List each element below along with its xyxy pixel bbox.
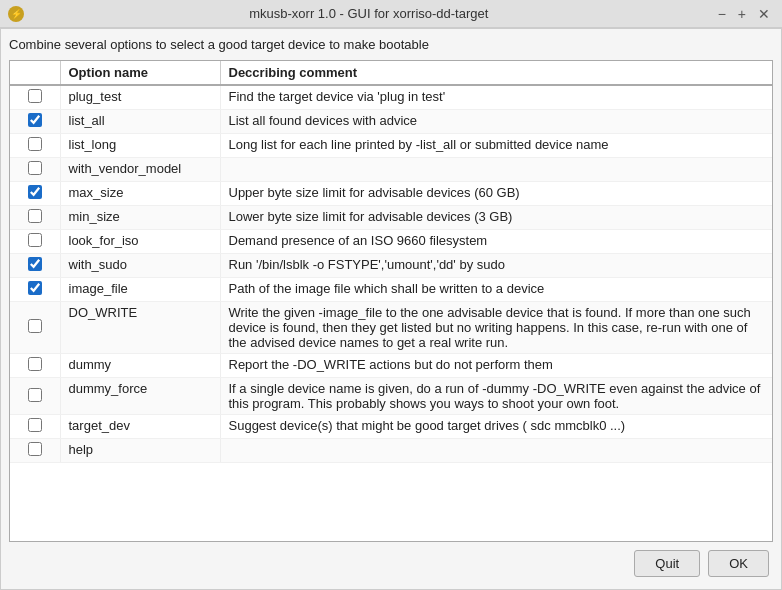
option-comment: Lower byte size limit for advisable devi… — [220, 206, 772, 230]
option-comment: Write the given -image_file to the one a… — [220, 302, 772, 354]
options-table: Option name Deccribing comment plug_test… — [10, 61, 772, 463]
table-row: help — [10, 439, 772, 463]
option-comment: Demand presence of an ISO 9660 filesyste… — [220, 230, 772, 254]
table-row: dummyReport the -DO_WRITE actions but do… — [10, 354, 772, 378]
option-checkbox[interactable] — [28, 418, 42, 432]
table-row: list_allList all found devices with advi… — [10, 110, 772, 134]
option-checkbox[interactable] — [28, 257, 42, 271]
option-name: DO_WRITE — [60, 302, 220, 354]
col-header-desc: Deccribing comment — [220, 61, 772, 85]
option-checkbox[interactable] — [28, 113, 42, 127]
checkbox-cell[interactable] — [10, 254, 60, 278]
table-row: max_sizeUpper byte size limit for advisa… — [10, 182, 772, 206]
checkbox-cell[interactable] — [10, 439, 60, 463]
checkbox-cell[interactable] — [10, 415, 60, 439]
option-checkbox[interactable] — [28, 233, 42, 247]
table-row: target_devSuggest device(s) that might b… — [10, 415, 772, 439]
checkbox-cell[interactable] — [10, 158, 60, 182]
option-checkbox[interactable] — [28, 319, 42, 333]
checkbox-cell[interactable] — [10, 110, 60, 134]
checkbox-cell[interactable] — [10, 278, 60, 302]
option-checkbox[interactable] — [28, 442, 42, 456]
checkbox-cell[interactable] — [10, 302, 60, 354]
option-checkbox[interactable] — [28, 185, 42, 199]
checkbox-cell[interactable] — [10, 378, 60, 415]
table-row: with_sudoRun '/bin/lsblk -o FSTYPE','umo… — [10, 254, 772, 278]
option-checkbox[interactable] — [28, 89, 42, 103]
option-name: image_file — [60, 278, 220, 302]
table-row: image_filePath of the image file which s… — [10, 278, 772, 302]
option-checkbox[interactable] — [28, 209, 42, 223]
option-name: with_sudo — [60, 254, 220, 278]
option-comment: If a single device name is given, do a r… — [220, 378, 772, 415]
option-checkbox[interactable] — [28, 137, 42, 151]
quit-button[interactable]: Quit — [634, 550, 700, 577]
checkbox-cell[interactable] — [10, 354, 60, 378]
checkbox-cell[interactable] — [10, 230, 60, 254]
checkbox-cell[interactable] — [10, 206, 60, 230]
table-row: min_sizeLower byte size limit for advisa… — [10, 206, 772, 230]
option-comment — [220, 439, 772, 463]
ok-button[interactable]: OK — [708, 550, 769, 577]
close-button[interactable]: ✕ — [754, 6, 774, 22]
footer: Quit OK — [9, 542, 773, 581]
option-checkbox[interactable] — [28, 357, 42, 371]
option-comment: Run '/bin/lsblk -o FSTYPE','umount','dd'… — [220, 254, 772, 278]
option-comment: Path of the image file which shall be wr… — [220, 278, 772, 302]
option-checkbox[interactable] — [28, 161, 42, 175]
table-row: DO_WRITEWrite the given -image_file to t… — [10, 302, 772, 354]
title-bar: ⚡ mkusb-xorr 1.0 - GUI for xorriso-dd-ta… — [0, 0, 782, 28]
option-name: list_all — [60, 110, 220, 134]
checkbox-cell[interactable] — [10, 85, 60, 110]
option-name: with_vendor_model — [60, 158, 220, 182]
table-row: dummy_forceIf a single device name is gi… — [10, 378, 772, 415]
option-name: min_size — [60, 206, 220, 230]
option-comment: Upper byte size limit for advisable devi… — [220, 182, 772, 206]
option-comment: Find the target device via 'plug in test… — [220, 85, 772, 110]
option-comment: Suggest device(s) that might be good tar… — [220, 415, 772, 439]
option-name: list_long — [60, 134, 220, 158]
option-comment: List all found devices with advice — [220, 110, 772, 134]
minimize-button[interactable]: − — [714, 6, 730, 22]
table-row: plug_testFind the target device via 'plu… — [10, 85, 772, 110]
description-text: Combine several options to select a good… — [9, 37, 773, 52]
col-header-option: Option name — [60, 61, 220, 85]
option-name: look_for_iso — [60, 230, 220, 254]
table-header-row: Option name Deccribing comment — [10, 61, 772, 85]
option-name: dummy — [60, 354, 220, 378]
window-title: mkusb-xorr 1.0 - GUI for xorriso-dd-targ… — [24, 6, 714, 21]
option-comment: Report the -DO_WRITE actions but do not … — [220, 354, 772, 378]
table-row: with_vendor_model — [10, 158, 772, 182]
table-body: plug_testFind the target device via 'plu… — [10, 85, 772, 463]
option-name: help — [60, 439, 220, 463]
table-row: look_for_isoDemand presence of an ISO 96… — [10, 230, 772, 254]
option-checkbox[interactable] — [28, 281, 42, 295]
window-body: Combine several options to select a good… — [0, 28, 782, 590]
option-name: max_size — [60, 182, 220, 206]
col-header-select — [10, 61, 60, 85]
option-name: target_dev — [60, 415, 220, 439]
option-name: plug_test — [60, 85, 220, 110]
checkbox-cell[interactable] — [10, 134, 60, 158]
maximize-button[interactable]: + — [734, 6, 750, 22]
option-checkbox[interactable] — [28, 388, 42, 402]
app-icon: ⚡ — [8, 6, 24, 22]
option-comment — [220, 158, 772, 182]
table-row: list_longLong list for each line printed… — [10, 134, 772, 158]
checkbox-cell[interactable] — [10, 182, 60, 206]
option-name: dummy_force — [60, 378, 220, 415]
window-controls: − + ✕ — [714, 6, 774, 22]
option-comment: Long list for each line printed by -list… — [220, 134, 772, 158]
options-table-container: Option name Deccribing comment plug_test… — [9, 60, 773, 542]
